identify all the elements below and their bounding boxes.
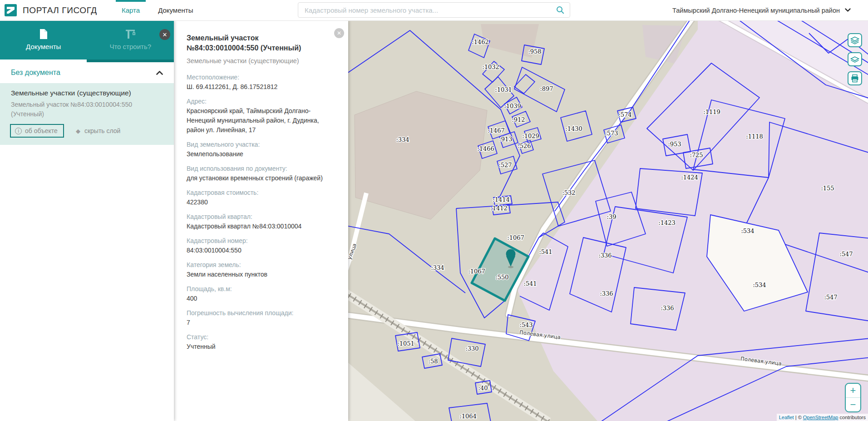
parcel-label: :1119 (703, 109, 720, 115)
parcel-label: :532 (562, 189, 575, 196)
parcel-label: :336 (598, 252, 612, 259)
region-name: Таймырский Долгано-Ненецкий муниципальны… (672, 7, 840, 14)
selected-layer-item[interactable]: Земельные участки (существующие) Земельн… (0, 83, 174, 145)
tab-map[interactable]: Карта (113, 0, 149, 20)
field-value: Учтенный (187, 342, 331, 352)
parcel-label: :58 (429, 358, 438, 365)
parcel-label: :330 (465, 345, 478, 352)
parcel-label: :913 (499, 136, 512, 143)
leaflet-link[interactable]: Leaflet (779, 415, 794, 420)
parcel-label: :336 (600, 290, 613, 297)
sidebar-tab-label: Что строить? (109, 43, 151, 50)
openstreetmap-link[interactable]: OpenStreetMap (803, 415, 838, 420)
field-label: Площадь, кв.м: (187, 285, 331, 292)
parcel-label: :1430 (565, 125, 582, 132)
documents-sidebar: Документы Что строить? ✕ Без документа З… (0, 20, 174, 421)
info-field: Статус:Учтенный (187, 333, 331, 352)
field-value: Ш. 69.4112261, Д. 86.17521812 (187, 82, 331, 92)
printer-icon (850, 74, 859, 83)
field-label: Вид использования по документу: (187, 165, 331, 172)
parcel-label: :1412 (490, 205, 507, 212)
tab-documents[interactable]: Документы (149, 0, 202, 20)
parcel-label: :1067 (507, 234, 524, 241)
field-value: 84:03:0010004:550 (187, 246, 331, 255)
field-value: Земли населенных пунктов (187, 270, 331, 279)
chevron-up-icon (156, 71, 163, 75)
parcel-label: :912 (512, 116, 525, 123)
parcel-label: :526 (518, 143, 531, 149)
field-label: Кадастровый номер: (187, 237, 331, 244)
info-field: Погрешность вычисления площади:7 (187, 309, 331, 327)
parcel-label: :1424 (681, 174, 698, 181)
search-box (298, 2, 570, 18)
about-object-button[interactable]: i об объекте (10, 124, 64, 138)
info-field: Местоположение:Ш. 69.4112261, Д. 86.1752… (187, 74, 331, 92)
parcel-label: :39 (607, 213, 616, 220)
crane-icon (124, 29, 136, 40)
field-value: для установки временных строений (гараже… (187, 173, 331, 183)
sidebar-tab-documents[interactable]: Документы (0, 20, 87, 62)
parcel-label: :527 (498, 162, 512, 168)
field-label: Кадастровая стоимость: (187, 189, 331, 196)
top-header: ПОРТАЛ ГИСОГД Карта Документы Таймырский… (0, 0, 868, 21)
parcel-label: :574 (618, 111, 631, 118)
field-label: Кадастровый квартал: (187, 213, 331, 220)
parcel-label: :1414 (493, 196, 509, 203)
layer-icon (850, 55, 860, 64)
sidebar-tab-label: Документы (26, 43, 61, 50)
parcel-label: :541 (523, 280, 537, 287)
field-label: Погрешность вычисления площади: (187, 309, 331, 317)
parcel-label: :336 (661, 305, 674, 312)
info-field: Кадастровый номер:84:03:0010004:550 (187, 237, 331, 255)
attribution-rest: contributors (838, 415, 866, 420)
field-label: Вид земельного участка: (187, 141, 331, 148)
object-layer-name: Земельные участки (существующие) (187, 57, 331, 64)
layer-button[interactable] (848, 52, 862, 66)
parcel-label: :334 (396, 136, 409, 143)
sidebar-close-button[interactable]: ✕ (159, 29, 170, 40)
parcel-label: :534 (741, 228, 754, 234)
print-button[interactable] (848, 71, 862, 85)
map-canvas[interactable]: :1462:1032:958:1031:897:1039:912:1467:91… (348, 20, 868, 421)
parcel-label: :1467 (488, 127, 504, 134)
zoom-in-button[interactable]: + (846, 384, 860, 398)
parcel-label: :958 (528, 48, 541, 55)
parcel-label: :1423 (658, 219, 675, 226)
parcel-label: :543 (519, 322, 533, 328)
zoom-out-button[interactable]: − (846, 398, 860, 411)
brand-name: ПОРТАЛ ГИСОГД (23, 5, 97, 15)
field-label: Категория земель: (187, 261, 331, 268)
parcel-label: :1051 (397, 340, 414, 347)
info-field: Адрес:Красноярский край, Таймырский Долг… (187, 98, 331, 135)
parcel-label: :550 (495, 274, 508, 281)
document-icon (39, 29, 48, 40)
header-tabs: Карта Документы (113, 0, 202, 20)
field-label: Местоположение: (187, 74, 331, 81)
info-panel-close-button[interactable]: ✕ (334, 28, 344, 38)
parcel-label: :725 (690, 152, 703, 158)
hide-layer-button[interactable]: ◆ скрыть слой (76, 127, 121, 134)
parcel-label: :573 (605, 130, 618, 137)
layers-button[interactable] (848, 33, 862, 47)
field-value: 422380 (187, 198, 331, 207)
about-object-label: об объекте (25, 127, 58, 134)
parcel-label: :1064 (459, 413, 476, 420)
field-label: Адрес: (187, 98, 331, 105)
info-field: Площадь, кв.м:400 (187, 285, 331, 303)
sidebar-tab-what-to-build[interactable]: Что строить? (87, 20, 174, 62)
field-value: Красноярский край, Таймырский Долгано-Не… (187, 106, 331, 135)
portal-logo-icon (5, 4, 17, 16)
search-input[interactable] (298, 6, 556, 14)
document-group-header[interactable]: Без документа (0, 62, 174, 83)
parcel-label: :155 (821, 185, 834, 192)
parcel-label: :334 (431, 264, 444, 271)
field-value: Кадастровый квартал №84:03:0010004 (187, 222, 331, 231)
info-field: Кадастровая стоимость:422380 (187, 189, 331, 207)
parcel-label: :40 (478, 385, 488, 391)
search-icon[interactable] (556, 6, 564, 14)
field-value: Землепользование (187, 149, 331, 159)
info-icon: i (15, 128, 22, 134)
region-selector[interactable]: Таймырский Долгано-Ненецкий муниципальны… (672, 0, 851, 20)
parcel-label: :1032 (482, 64, 499, 70)
parcel-label: :897 (540, 85, 553, 92)
